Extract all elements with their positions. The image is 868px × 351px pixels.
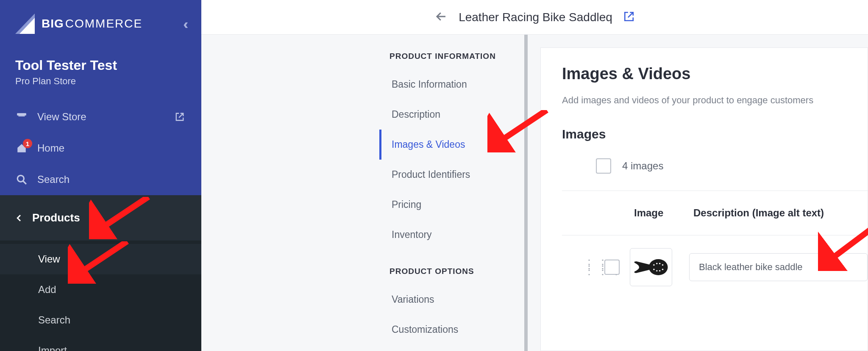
section-description[interactable]: Description bbox=[379, 99, 524, 130]
section-product-identifiers[interactable]: Product Identifiers bbox=[379, 160, 524, 190]
sidebar-header: BIG COMMERCE ‹‹ bbox=[0, 0, 201, 36]
images-count: 4 images bbox=[622, 160, 663, 172]
section-inventory[interactable]: Inventory bbox=[379, 220, 524, 250]
nav-view-store[interactable]: View Store bbox=[0, 101, 201, 133]
products-header[interactable]: Products bbox=[0, 195, 201, 240]
images-heading: Images bbox=[562, 127, 868, 141]
main-area: Leather Racing Bike Saddleq PRODUCT INFO… bbox=[201, 0, 868, 351]
store-icon bbox=[15, 111, 28, 123]
logo-mark-icon bbox=[15, 14, 41, 34]
svg-point-14 bbox=[659, 270, 660, 271]
products-view[interactable]: View bbox=[0, 244, 201, 274]
nav-home-label: Home bbox=[37, 142, 64, 154]
images-count-row: 4 images bbox=[562, 158, 868, 191]
image-thumbnail[interactable] bbox=[630, 248, 672, 286]
svg-point-8 bbox=[653, 264, 654, 265]
products-import[interactable]: Import bbox=[0, 335, 201, 351]
svg-point-9 bbox=[656, 263, 657, 264]
images-table-header: Image Description (Image alt text) bbox=[562, 191, 868, 235]
primary-nav: View Store 1 Home Search bbox=[0, 95, 201, 195]
collapse-sidebar-icon[interactable]: ‹‹ bbox=[184, 16, 188, 32]
svg-rect-2 bbox=[17, 113, 26, 115]
search-icon bbox=[15, 173, 28, 186]
products-add[interactable]: Add bbox=[0, 274, 201, 305]
store-info: Tool Tester Test Pro Plan Store bbox=[0, 36, 201, 95]
svg-point-10 bbox=[659, 263, 660, 264]
page-title: Leather Racing Bike Saddleq bbox=[459, 11, 612, 24]
sidebar: BIG COMMERCE ‹‹ Tool Tester Test Pro Pla… bbox=[0, 0, 201, 351]
logo: BIG COMMERCE bbox=[15, 14, 142, 34]
section-nav: PRODUCT INFORMATION Basic Information De… bbox=[371, 35, 528, 351]
svg-point-4 bbox=[17, 175, 24, 182]
section-pricing[interactable]: Pricing bbox=[379, 190, 524, 220]
nav-home[interactable]: 1 Home bbox=[0, 133, 201, 164]
store-name: Tool Tester Test bbox=[15, 58, 186, 73]
image-row: ⋮⋮⋮⋮⋮⋮ bbox=[562, 235, 868, 299]
svg-point-12 bbox=[653, 268, 654, 270]
nav-view-store-label: View Store bbox=[37, 111, 86, 123]
th-image: Image bbox=[634, 207, 693, 219]
products-label: Products bbox=[32, 211, 80, 224]
image-row-checkbox[interactable] bbox=[604, 260, 620, 275]
group-product-information: PRODUCT INFORMATION bbox=[379, 47, 524, 69]
detail-panel: Images & Videos Add images and videos of… bbox=[540, 47, 868, 351]
open-new-tab-icon[interactable] bbox=[623, 11, 634, 24]
th-description: Description (Image alt text) bbox=[693, 207, 824, 219]
products-search[interactable]: Search bbox=[0, 305, 201, 335]
chevron-left-icon bbox=[15, 213, 23, 224]
nav-search-label: Search bbox=[37, 174, 70, 185]
svg-point-15 bbox=[662, 268, 663, 270]
svg-rect-3 bbox=[18, 116, 25, 116]
svg-line-5 bbox=[23, 181, 26, 184]
topbar: Leather Racing Bike Saddleq bbox=[201, 0, 868, 35]
section-basic-information[interactable]: Basic Information bbox=[379, 69, 524, 99]
nav-search[interactable]: Search bbox=[0, 164, 201, 195]
bike-saddle-icon bbox=[633, 254, 669, 280]
panel-title: Images & Videos bbox=[562, 65, 868, 83]
select-all-checkbox[interactable] bbox=[596, 158, 611, 174]
drag-handle-icon[interactable]: ⋮⋮⋮⋮⋮⋮ bbox=[583, 261, 604, 273]
svg-point-13 bbox=[656, 270, 657, 271]
section-variations[interactable]: Variations bbox=[379, 285, 524, 315]
group-product-options: PRODUCT OPTIONS bbox=[379, 263, 524, 285]
section-customizations[interactable]: Customizations bbox=[379, 315, 524, 345]
logo-commerce: COMMERCE bbox=[65, 17, 142, 30]
section-images-videos[interactable]: Images & Videos bbox=[379, 130, 524, 160]
content-row: PRODUCT INFORMATION Basic Information De… bbox=[201, 35, 868, 351]
store-plan: Pro Plan Store bbox=[15, 76, 186, 87]
home-icon: 1 bbox=[15, 142, 28, 155]
products-sublist: View Add Search Import bbox=[0, 240, 201, 351]
external-link-icon bbox=[173, 111, 186, 123]
products-section: Products View Add Search Import bbox=[0, 195, 201, 351]
alt-text-input[interactable] bbox=[689, 253, 868, 281]
svg-marker-1 bbox=[19, 18, 35, 34]
panel-help: Add images and videos of your product to… bbox=[562, 95, 868, 106]
home-badge: 1 bbox=[23, 139, 32, 148]
svg-point-11 bbox=[662, 264, 663, 265]
back-button[interactable] bbox=[435, 10, 448, 25]
logo-big: BIG bbox=[42, 17, 64, 30]
